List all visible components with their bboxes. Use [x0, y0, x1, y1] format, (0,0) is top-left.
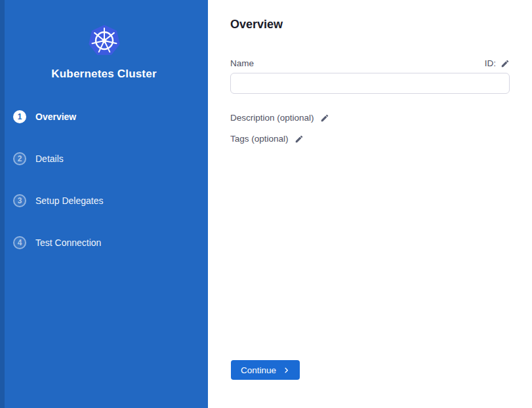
step-number-badge: 2	[13, 152, 26, 165]
step-number-badge: 3	[13, 194, 26, 207]
description-field-row: Description (optional)	[230, 113, 510, 123]
continue-button-label: Continue	[241, 365, 276, 375]
step-setup-delegates[interactable]: 3 Setup Delegates	[0, 194, 208, 208]
step-number-badge: 4	[13, 236, 26, 249]
overview-form: Name ID: Description (optional)	[230, 58, 510, 144]
step-label: Details	[35, 153, 64, 164]
step-details[interactable]: 2 Details	[0, 152, 208, 166]
edit-id-icon[interactable]	[501, 59, 510, 68]
continue-button[interactable]: Continue	[231, 360, 300, 380]
step-label: Setup Delegates	[35, 195, 104, 206]
wizard-steps: 1 Overview 2 Details 3 Setup Delegates 4…	[0, 110, 208, 250]
name-field-header: Name ID:	[230, 58, 510, 68]
connector-type-title: Kubernetes Cluster	[0, 68, 208, 81]
step-test-connection[interactable]: 4 Test Connection	[0, 235, 208, 250]
edit-tags-icon[interactable]	[295, 134, 304, 144]
connector-setup-wizard: Kubernetes Cluster 1 Overview 2 Details …	[0, 0, 532, 408]
chevron-right-icon	[283, 367, 290, 374]
kubernetes-logo-icon	[89, 25, 120, 56]
name-label: Name	[230, 58, 254, 68]
page-title: Overview	[230, 18, 510, 31]
tags-label: Tags (optional)	[230, 134, 289, 144]
edit-description-icon[interactable]	[320, 113, 329, 123]
step-number-badge: 1	[13, 110, 26, 123]
tags-field-row: Tags (optional)	[230, 134, 510, 144]
overview-step-panel: Overview Name ID: Description (optional)	[208, 0, 532, 408]
step-label: Test Connection	[35, 237, 101, 248]
name-input[interactable]	[230, 73, 510, 94]
id-label: ID:	[485, 58, 496, 68]
id-edit-group: ID:	[485, 58, 510, 68]
step-overview[interactable]: 1 Overview	[0, 110, 208, 124]
step-label: Overview	[35, 112, 76, 122]
description-label: Description (optional)	[230, 113, 314, 123]
wizard-sidebar: Kubernetes Cluster 1 Overview 2 Details …	[0, 0, 208, 408]
